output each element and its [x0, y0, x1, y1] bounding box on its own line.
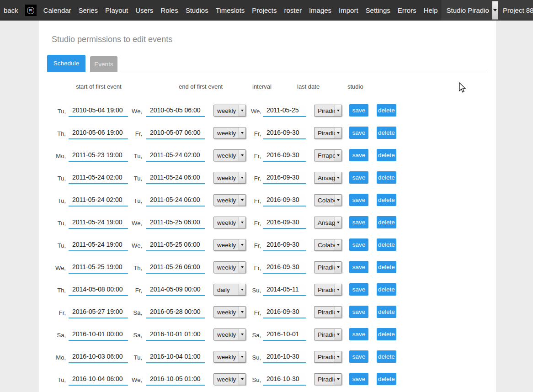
delete-button[interactable]: delete	[377, 261, 396, 273]
interval-select[interactable]: weekly	[213, 261, 246, 273]
save-button[interactable]: save	[349, 283, 368, 296]
interval-select[interactable]: weekly	[213, 351, 246, 363]
nav-item-settings[interactable]: Settings	[362, 6, 394, 14]
delete-button[interactable]: delete	[377, 104, 396, 117]
nav-item-images[interactable]: Images	[305, 6, 335, 14]
studio-select[interactable]: Ansage	[314, 172, 342, 184]
nav-item-import[interactable]: Import	[335, 6, 362, 14]
studio-selector[interactable]: Studio Piradio	[445, 0, 498, 21]
studio-select[interactable]: Piradio	[314, 328, 342, 340]
last-date-input[interactable]	[263, 351, 306, 363]
delete-button[interactable]: delete	[377, 350, 396, 363]
interval-select[interactable]: weekly	[213, 373, 246, 385]
end-datetime-input[interactable]	[146, 284, 205, 296]
studio-select[interactable]: Piradio	[314, 373, 342, 385]
delete-button[interactable]: delete	[377, 194, 396, 206]
save-button[interactable]: save	[349, 373, 368, 385]
end-datetime-input[interactable]	[146, 351, 205, 363]
back-link[interactable]: back	[0, 6, 22, 14]
end-datetime-input[interactable]	[146, 127, 205, 139]
save-button[interactable]: save	[349, 104, 368, 117]
start-datetime-input[interactable]	[69, 351, 128, 363]
start-datetime-input[interactable]	[69, 284, 128, 296]
studio-select[interactable]: Piradio	[314, 351, 342, 363]
studio-select[interactable]: Piradio	[314, 284, 342, 296]
save-button[interactable]: save	[349, 216, 368, 228]
interval-select[interactable]: weekly	[213, 239, 246, 251]
app-logo[interactable]: PI	[25, 5, 37, 16]
nav-item-projects[interactable]: Projects	[248, 6, 280, 14]
start-datetime-input[interactable]	[69, 105, 128, 117]
interval-select[interactable]: weekly	[213, 105, 246, 117]
delete-button[interactable]: delete	[377, 283, 396, 296]
end-datetime-input[interactable]	[146, 149, 205, 162]
interval-select[interactable]: weekly	[213, 149, 246, 161]
last-date-input[interactable]	[263, 284, 306, 296]
nav-item-errors[interactable]: Errors	[394, 6, 420, 14]
save-button[interactable]: save	[349, 149, 368, 161]
end-datetime-input[interactable]	[146, 328, 205, 341]
start-datetime-input[interactable]	[69, 149, 128, 162]
save-button[interactable]: save	[349, 127, 368, 139]
delete-button[interactable]: delete	[377, 328, 396, 340]
last-date-input[interactable]	[263, 306, 306, 318]
save-button[interactable]: save	[349, 261, 368, 273]
start-datetime-input[interactable]	[69, 217, 128, 229]
last-date-input[interactable]	[263, 373, 306, 386]
start-datetime-input[interactable]	[69, 328, 128, 341]
delete-button[interactable]: delete	[377, 127, 396, 139]
start-datetime-input[interactable]	[69, 373, 128, 386]
nav-item-series[interactable]: Series	[75, 6, 102, 14]
tab-schedule[interactable]: Schedule	[47, 55, 85, 72]
studio-select[interactable]: Colabo	[314, 194, 342, 206]
interval-select[interactable]: weekly	[213, 328, 246, 340]
studio-selector-dropdown-button[interactable]	[492, 1, 498, 20]
last-date-input[interactable]	[263, 261, 306, 274]
end-datetime-input[interactable]	[146, 239, 205, 251]
save-button[interactable]: save	[349, 171, 368, 184]
last-date-input[interactable]	[263, 194, 306, 207]
studio-select[interactable]: Piradio	[314, 261, 342, 273]
last-date-input[interactable]	[263, 172, 306, 184]
end-datetime-input[interactable]	[146, 261, 205, 274]
save-button[interactable]: save	[349, 238, 368, 251]
end-datetime-input[interactable]	[146, 194, 205, 207]
studio-select[interactable]: Ansage	[314, 217, 342, 228]
end-datetime-input[interactable]	[146, 373, 205, 386]
nav-item-users[interactable]: Users	[132, 6, 157, 14]
tab-events[interactable]: Events	[90, 56, 117, 72]
nav-item-help[interactable]: Help	[420, 6, 442, 14]
project-selector[interactable]: Project 88vier	[501, 0, 533, 21]
last-date-input[interactable]	[263, 328, 306, 341]
save-button[interactable]: save	[349, 350, 368, 363]
studio-select[interactable]: Frrapo	[314, 149, 342, 161]
studio-select[interactable]: Piradio	[314, 306, 342, 318]
delete-button[interactable]: delete	[377, 238, 396, 251]
last-date-input[interactable]	[263, 217, 306, 229]
nav-item-playout[interactable]: Playout	[101, 6, 132, 14]
end-datetime-input[interactable]	[146, 217, 205, 229]
delete-button[interactable]: delete	[377, 373, 396, 385]
studio-select[interactable]: Piradio	[314, 105, 342, 117]
last-date-input[interactable]	[263, 149, 306, 162]
start-datetime-input[interactable]	[69, 127, 128, 139]
start-datetime-input[interactable]	[69, 261, 128, 274]
last-date-input[interactable]	[263, 127, 306, 139]
start-datetime-input[interactable]	[69, 172, 128, 184]
interval-select[interactable]: weekly	[213, 194, 246, 206]
nav-item-roster[interactable]: roster	[281, 6, 305, 14]
delete-button[interactable]: delete	[377, 171, 396, 184]
interval-select[interactable]: weekly	[213, 127, 246, 139]
start-datetime-input[interactable]	[69, 306, 128, 318]
delete-button[interactable]: delete	[377, 149, 396, 161]
save-button[interactable]: save	[349, 194, 368, 206]
delete-button[interactable]: delete	[377, 216, 396, 228]
nav-item-timeslots[interactable]: Timeslots	[212, 6, 249, 14]
end-datetime-input[interactable]	[146, 306, 205, 318]
delete-button[interactable]: delete	[377, 306, 396, 318]
start-datetime-input[interactable]	[69, 239, 128, 251]
interval-select[interactable]: weekly	[213, 306, 246, 318]
nav-item-roles[interactable]: Roles	[157, 6, 181, 14]
last-date-input[interactable]	[263, 105, 306, 117]
save-button[interactable]: save	[349, 328, 368, 340]
